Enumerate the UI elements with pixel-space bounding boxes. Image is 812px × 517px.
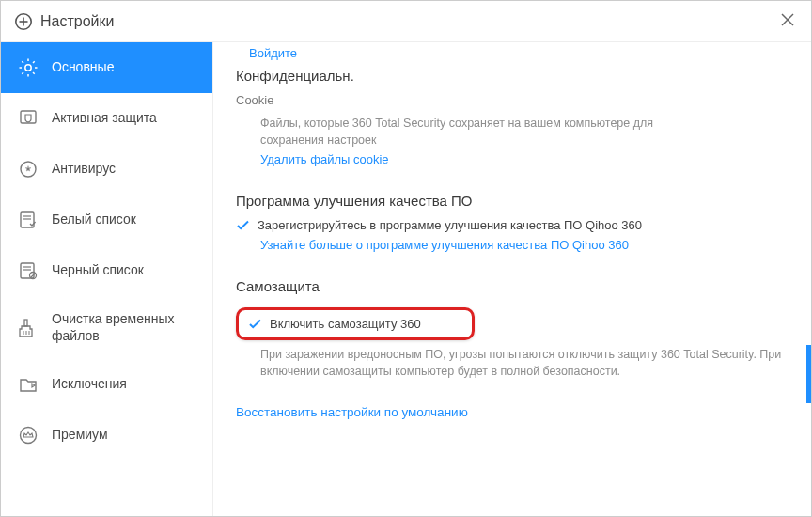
svg-line-12 (33, 61, 35, 63)
gear-icon (18, 57, 39, 78)
selfprotect-heading: Самозащита (236, 278, 783, 294)
crown-icon (18, 425, 39, 446)
sidebar-item-antivirus[interactable]: Антивирус (1, 144, 212, 195)
sidebar-item-general[interactable]: Основные (1, 42, 212, 93)
app-icon (14, 12, 33, 31)
selfprotect-checkbox-row[interactable]: Включить самозащиту 360 (236, 307, 475, 340)
svg-rect-14 (21, 111, 36, 123)
content-panel: Войдите Конфиденциальн. Cookie Файлы, ко… (213, 42, 811, 516)
privacy-heading: Конфиденциальн. (236, 68, 783, 84)
improvement-heading: Программа улучшения качества ПО (236, 193, 783, 209)
cleanup-icon (18, 318, 39, 338)
svg-line-11 (33, 72, 35, 74)
svg-point-16 (27, 168, 30, 171)
sidebar-item-label: Основные (52, 59, 114, 76)
close-button[interactable] (777, 8, 798, 35)
settings-window: Настройки Основные Активная защита (0, 0, 812, 517)
whitelist-icon (18, 210, 39, 230)
sidebar: Основные Активная защита Антивирус Белый… (1, 42, 213, 516)
delete-cookies-link[interactable]: Удалить файлы cookie (260, 152, 389, 166)
sidebar-item-label: Антивирус (52, 161, 116, 178)
selfprotect-checkbox-label: Включить самозащиту 360 (270, 317, 421, 331)
svg-line-24 (31, 274, 36, 278)
shield-icon (18, 108, 39, 129)
improvement-checkbox-label: Зарегистрируйтесь в программе улучшения … (258, 218, 642, 232)
svg-rect-25 (24, 320, 27, 326)
scroll-indicator (806, 345, 811, 403)
sidebar-item-label: Черный список (52, 262, 144, 279)
checkbox-checked-icon (248, 317, 262, 331)
folder-icon (18, 374, 39, 395)
sidebar-item-label: Белый список (52, 212, 136, 228)
svg-line-13 (22, 72, 23, 74)
svg-line-10 (22, 61, 23, 63)
restore-defaults-link[interactable]: Восстановить настройки по умолчанию (236, 405, 468, 419)
antivirus-icon (18, 159, 39, 180)
improvement-checkbox-row[interactable]: Зарегистрируйтесь в программе улучшения … (236, 218, 783, 232)
sidebar-item-label: Премиум (52, 427, 108, 444)
sidebar-item-label: Активная защита (52, 110, 157, 127)
cookie-description: Файлы, которые 360 Total Security сохран… (260, 115, 697, 149)
sidebar-item-cleanup[interactable]: Очистка временных файлов (1, 296, 212, 359)
improvement-learn-more-link[interactable]: Узнайте больше о программе улучшения кач… (260, 238, 629, 252)
checkbox-checked-icon (236, 218, 250, 232)
cookie-subheading: Cookie (236, 93, 783, 107)
selfprotect-description: При заражении вредоносным ПО, угрозы поп… (260, 346, 783, 380)
blacklist-icon (18, 260, 39, 281)
sidebar-item-whitelist[interactable]: Белый список (1, 195, 212, 245)
svg-point-5 (25, 65, 31, 70)
sidebar-item-exclusions[interactable]: Исключения (1, 359, 212, 410)
sidebar-item-blacklist[interactable]: Черный список (1, 245, 212, 296)
sidebar-item-label: Очистка временных файлов (52, 311, 195, 344)
titlebar: Настройки (1, 1, 811, 42)
body: Основные Активная защита Антивирус Белый… (1, 42, 811, 516)
sidebar-item-label: Исключения (52, 376, 127, 393)
login-link[interactable]: Войдите (236, 46, 783, 60)
sidebar-item-active-protection[interactable]: Активная защита (1, 93, 212, 144)
sidebar-item-premium[interactable]: Премиум (1, 410, 212, 461)
window-title: Настройки (40, 13, 114, 30)
svg-point-29 (21, 428, 37, 444)
